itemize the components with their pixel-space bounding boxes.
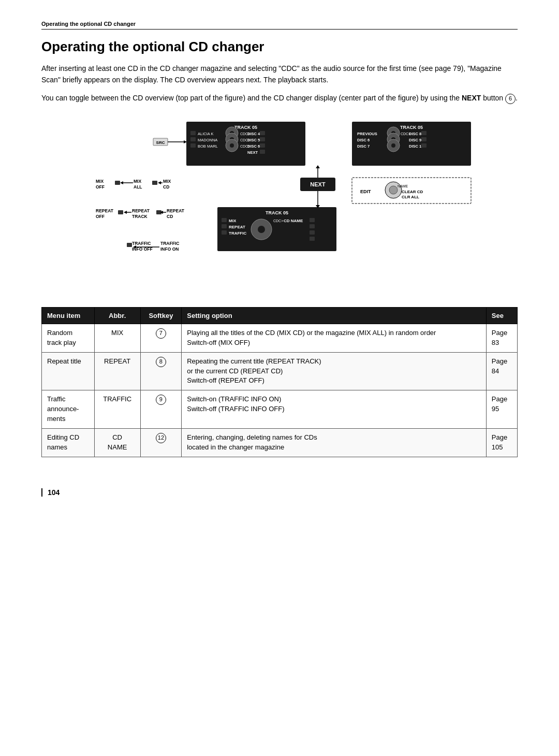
settings-table: Menu item Abbr. Softkey Setting option S… [41, 307, 518, 457]
svg-point-54 [389, 186, 398, 194]
header-rule [41, 29, 518, 30]
svg-marker-3 [244, 117, 248, 119]
cell-menu-item: Trafficannounce-ments [42, 390, 95, 429]
svg-rect-17 [260, 137, 265, 141]
cell-menu-item: Editing CDnames [42, 428, 95, 457]
svg-rect-50 [421, 143, 426, 148]
svg-rect-4 [190, 131, 196, 135]
svg-text:DISC 6: DISC 6 [247, 144, 260, 149]
svg-text:ALL: ALL [134, 184, 142, 190]
table-row: Repeat title REPEAT 8 Repeating the curr… [42, 352, 518, 390]
cell-abbr: TRAFFIC [94, 390, 140, 429]
paragraph-2: You can toggle between the CD overview (… [41, 93, 518, 104]
svg-rect-18 [190, 143, 196, 148]
cell-menu-item: Repeat title [42, 352, 95, 390]
col-menu-item: Menu item [42, 308, 95, 324]
softkey-8: 8 [156, 357, 166, 367]
table-row: Editing CDnames CDNAME 12 Entering, chan… [42, 428, 518, 457]
cell-softkey: 8 [140, 352, 182, 390]
col-setting-option: Setting option [182, 308, 487, 324]
svg-rect-67 [222, 224, 227, 228]
cell-softkey: 9 [140, 390, 182, 429]
col-softkey: Softkey [140, 308, 182, 324]
svg-text:DISC 5: DISC 5 [247, 138, 260, 142]
svg-text:INFO ON: INFO ON [160, 246, 179, 252]
svg-marker-93 [124, 211, 127, 214]
cell-abbr: CDNAME [94, 428, 140, 457]
svg-text:MIX: MIX [134, 179, 141, 184]
softkey-12: 12 [156, 433, 166, 443]
svg-rect-10 [260, 131, 265, 135]
svg-marker-81 [120, 181, 123, 184]
cell-setting-option: Playing all the titles of the CD (MIX CD… [182, 324, 487, 353]
svg-point-63 [258, 226, 265, 233]
svg-text:NAME: NAME [398, 184, 408, 188]
svg-text:SRC: SRC [156, 140, 165, 145]
svg-text:CDC>: CDC> [273, 219, 283, 223]
breadcrumb: Operating the optional CD changer [41, 21, 518, 27]
button-6-icon: 6 [505, 94, 516, 104]
svg-rect-69 [310, 224, 315, 228]
softkey-7: 7 [156, 328, 166, 339]
svg-rect-40 [421, 131, 426, 135]
svg-text:OFF: OFF [96, 184, 105, 190]
page-title: Operating the optional CD changer [41, 39, 518, 55]
svg-text:OFF: OFF [96, 214, 105, 219]
svg-text:TRACK 05: TRACK 05 [234, 125, 257, 130]
col-see: See [486, 308, 517, 324]
svg-text:MADONNA: MADONNA [198, 138, 217, 142]
svg-text:DISC 8: DISC 8 [409, 132, 421, 136]
svg-point-21 [230, 143, 234, 148]
cell-softkey: 7 [140, 324, 182, 353]
svg-rect-11 [190, 137, 196, 141]
svg-text:TRAFFIC: TRAFFIC [132, 241, 151, 246]
page-number: 104 [41, 488, 60, 497]
svg-rect-66 [310, 218, 315, 222]
svg-rect-24 [260, 143, 265, 148]
svg-text:DISC 4: DISC 4 [247, 132, 260, 136]
diagram-container: TRACK 05 ALICIA K CDC> DISC 4 MADONNA CD… [41, 117, 518, 293]
svg-text:DISC 7: DISC 7 [357, 144, 370, 149]
svg-rect-79 [152, 181, 157, 185]
table-header: Menu item Abbr. Softkey Setting option S… [42, 308, 518, 324]
svg-text:NEXT: NEXT [247, 150, 258, 155]
svg-text:CLR ALL: CLR ALL [402, 195, 419, 199]
cell-see: Page105 [486, 428, 517, 457]
svg-text:CD NAME: CD NAME [284, 219, 303, 223]
table-row: Trafficannounce-ments TRAFFIC 9 Switch-o… [42, 390, 518, 429]
svg-marker-85 [158, 181, 161, 184]
paragraph-1: After inserting at least one CD in the C… [41, 63, 518, 85]
cell-see: Page95 [486, 390, 517, 429]
cell-menu-item: Randomtrack play [42, 324, 95, 353]
cell-setting-option: Entering, changing, deleting names for C… [182, 428, 487, 457]
svg-text:MIX: MIX [229, 219, 237, 223]
svg-marker-34 [409, 117, 414, 119]
svg-text:TRACK 05: TRACK 05 [400, 125, 423, 130]
cd-changer-diagram: TRACK 05 ALICIA K CDC> DISC 4 MADONNA CD… [57, 117, 502, 293]
svg-rect-60 [222, 218, 227, 222]
svg-text:TRAFFIC: TRAFFIC [229, 231, 246, 236]
table-body: Randomtrack play MIX 7 Playing all the t… [42, 324, 518, 457]
svg-text:REPEAT: REPEAT [132, 208, 150, 213]
cell-setting-option: Switch-on (TRAFFIC INFO ON)Switch-off (T… [182, 390, 487, 429]
cell-softkey: 12 [140, 428, 182, 457]
svg-text:REPEAT: REPEAT [229, 225, 245, 229]
cell-abbr: REPEAT [94, 352, 140, 390]
svg-text:REPEAT: REPEAT [167, 208, 185, 213]
svg-text:MIX: MIX [163, 179, 171, 184]
svg-rect-88 [118, 210, 123, 214]
svg-rect-70 [222, 230, 227, 235]
svg-rect-26 [260, 150, 265, 154]
cell-see: Page83 [486, 324, 517, 353]
svg-text:MIX: MIX [96, 179, 104, 184]
cell-setting-option: Repeating the current title (REPEAT TRAC… [182, 352, 487, 390]
svg-text:DISC 9: DISC 9 [409, 138, 421, 142]
svg-text:CLEAR CD: CLEAR CD [402, 190, 423, 194]
svg-text:CD: CD [167, 214, 173, 219]
svg-text:EDIT: EDIT [360, 189, 371, 194]
svg-rect-45 [421, 137, 426, 141]
svg-text:REPEAT: REPEAT [96, 208, 114, 213]
col-abbr: Abbr. [94, 308, 140, 324]
svg-text:DISC 6: DISC 6 [357, 138, 370, 142]
softkey-9: 9 [156, 395, 166, 405]
